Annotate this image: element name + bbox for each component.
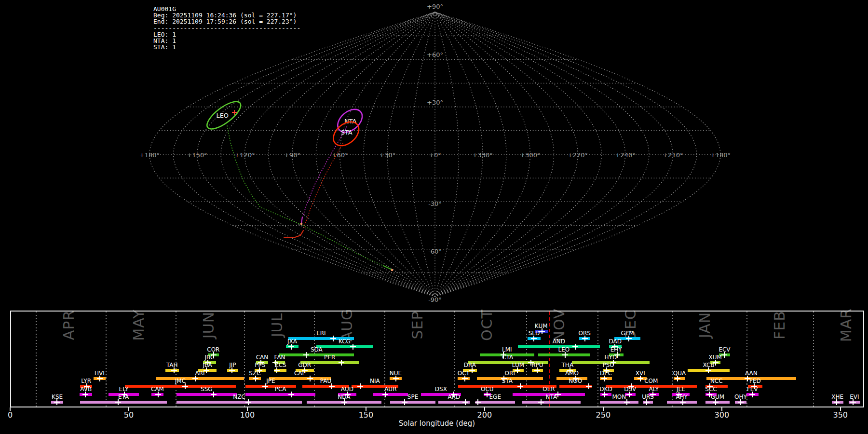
- x-axis-tick-label: 350: [833, 410, 848, 420]
- x-axis-tick-label: 200: [477, 410, 492, 420]
- radiant-activity-screen: +180°+150°+120°+90°+60°+30°+0°+330°+300°…: [0, 0, 868, 434]
- x-axis-tick-label: 150: [359, 410, 374, 420]
- x-axis-tick-label: 300: [715, 410, 730, 420]
- x-axis-tick-label: 100: [240, 410, 255, 420]
- x-axis-tick-label: 0: [8, 410, 13, 420]
- timeline-plot-border: [10, 311, 864, 407]
- x-axis-title: Solar longitude (deg): [399, 419, 475, 428]
- x-axis-tick-label: 250: [596, 410, 611, 420]
- activity-timeline: APRMAYJUNJULAUGSEPOCTNOVDECJANFEBMARKUME…: [0, 0, 868, 434]
- x-axis-tick-label: 50: [124, 410, 134, 420]
